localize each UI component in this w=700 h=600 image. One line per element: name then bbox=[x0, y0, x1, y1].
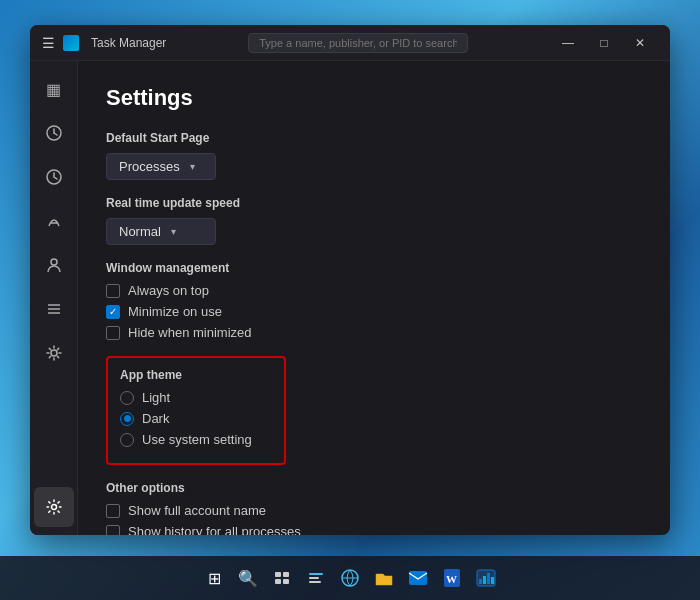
taskbar-word-icon[interactable]: W bbox=[438, 564, 466, 592]
checkbox-icon-minimize-on-use bbox=[106, 305, 120, 319]
radio-label-dark: Dark bbox=[142, 411, 169, 426]
sidebar-item-history[interactable] bbox=[34, 157, 74, 197]
title-bar: ☰ Task Manager — □ ✕ bbox=[30, 25, 670, 61]
title-bar-search-area bbox=[166, 33, 550, 53]
checkbox-label-history-all: Show history for all processes bbox=[128, 524, 301, 535]
checkbox-icon-always-on-top bbox=[106, 284, 120, 298]
other-options-label: Other options bbox=[106, 481, 642, 495]
taskbar: ⊞ 🔍 bbox=[0, 556, 700, 600]
dropdown-chevron-icon-2: ▾ bbox=[171, 226, 176, 237]
app-icon bbox=[63, 35, 79, 51]
app-theme-label: App theme bbox=[120, 368, 272, 382]
svg-rect-13 bbox=[309, 573, 323, 575]
taskbar-widgets-icon[interactable] bbox=[302, 564, 330, 592]
window-title: Task Manager bbox=[91, 36, 166, 50]
taskbar-start-icon[interactable]: ⊞ bbox=[200, 564, 228, 592]
sidebar: ▦ bbox=[30, 61, 78, 535]
radio-label-light: Light bbox=[142, 390, 170, 405]
sidebar-item-services[interactable] bbox=[34, 333, 74, 373]
taskbar-files-icon[interactable] bbox=[370, 564, 398, 592]
svg-point-7 bbox=[51, 350, 57, 356]
dropdown-chevron-icon: ▾ bbox=[190, 161, 195, 172]
checkbox-history-all[interactable]: Show history for all processes bbox=[106, 524, 642, 535]
sidebar-item-processes[interactable]: ▦ bbox=[34, 69, 74, 109]
hamburger-menu-icon[interactable]: ☰ bbox=[42, 35, 55, 51]
radio-light[interactable]: Light bbox=[120, 390, 272, 405]
window-controls: — □ ✕ bbox=[550, 29, 658, 57]
radio-system[interactable]: Use system setting bbox=[120, 432, 272, 447]
search-input[interactable] bbox=[248, 33, 468, 53]
title-bar-left: ☰ Task Manager bbox=[42, 35, 166, 51]
svg-rect-14 bbox=[309, 577, 319, 579]
svg-rect-10 bbox=[283, 572, 289, 577]
checkbox-label-full-account: Show full account name bbox=[128, 503, 266, 518]
checkbox-hide-when-minimized[interactable]: Hide when minimized bbox=[106, 325, 642, 340]
checkbox-icon-history-all bbox=[106, 525, 120, 536]
desktop: ☰ Task Manager — □ ✕ ▦ bbox=[0, 0, 700, 600]
app-theme-section: App theme Light Dark Use system setting bbox=[106, 356, 286, 465]
taskbar-mail-icon[interactable] bbox=[404, 564, 432, 592]
minimize-button[interactable]: — bbox=[550, 29, 586, 57]
realtime-update-label: Real time update speed bbox=[106, 196, 642, 210]
default-start-page-section: Default Start Page Processes ▾ bbox=[106, 131, 642, 180]
checkbox-full-account[interactable]: Show full account name bbox=[106, 503, 642, 518]
radio-dark[interactable]: Dark bbox=[120, 411, 272, 426]
svg-rect-22 bbox=[479, 579, 482, 584]
radio-icon-system bbox=[120, 433, 134, 447]
realtime-update-value: Normal bbox=[119, 224, 161, 239]
svg-rect-15 bbox=[309, 581, 321, 583]
realtime-update-dropdown[interactable]: Normal ▾ bbox=[106, 218, 216, 245]
sidebar-item-users[interactable] bbox=[34, 245, 74, 285]
sidebar-item-startup[interactable] bbox=[34, 201, 74, 241]
default-start-page-dropdown[interactable]: Processes ▾ bbox=[106, 153, 216, 180]
svg-rect-11 bbox=[275, 579, 281, 584]
window-management-section: Window management Always on top Minimize… bbox=[106, 261, 642, 340]
checkbox-always-on-top[interactable]: Always on top bbox=[106, 283, 642, 298]
taskbar-taskmanager-icon[interactable] bbox=[472, 564, 500, 592]
sidebar-item-performance[interactable] bbox=[34, 113, 74, 153]
radio-icon-dark bbox=[120, 412, 134, 426]
sidebar-item-details[interactable] bbox=[34, 289, 74, 329]
svg-text:W: W bbox=[446, 573, 457, 585]
window-management-label: Window management bbox=[106, 261, 642, 275]
page-title: Settings bbox=[106, 85, 642, 111]
other-options-section: Other options Show full account name Sho… bbox=[106, 481, 642, 535]
radio-label-system: Use system setting bbox=[142, 432, 252, 447]
task-manager-window: ☰ Task Manager — □ ✕ ▦ bbox=[30, 25, 670, 535]
taskbar-search-icon[interactable]: 🔍 bbox=[234, 564, 262, 592]
svg-rect-24 bbox=[487, 573, 490, 584]
svg-rect-25 bbox=[491, 577, 494, 584]
sidebar-bottom bbox=[34, 487, 74, 535]
checkbox-minimize-on-use[interactable]: Minimize on use bbox=[106, 304, 642, 319]
svg-rect-18 bbox=[409, 571, 427, 585]
maximize-button[interactable]: □ bbox=[586, 29, 622, 57]
svg-rect-9 bbox=[275, 572, 281, 577]
radio-icon-light bbox=[120, 391, 134, 405]
taskbar-browser-icon[interactable] bbox=[336, 564, 364, 592]
close-button[interactable]: ✕ bbox=[622, 29, 658, 57]
sidebar-item-settings[interactable] bbox=[34, 487, 74, 527]
default-start-page-label: Default Start Page bbox=[106, 131, 642, 145]
checkbox-label-always-on-top: Always on top bbox=[128, 283, 209, 298]
window-body: ▦ bbox=[30, 61, 670, 535]
realtime-update-section: Real time update speed Normal ▾ bbox=[106, 196, 642, 245]
checkbox-icon-full-account bbox=[106, 504, 120, 518]
svg-rect-23 bbox=[483, 576, 486, 584]
settings-content: Settings Default Start Page Processes ▾ … bbox=[78, 61, 670, 535]
checkbox-label-hide-when-minimized: Hide when minimized bbox=[128, 325, 252, 340]
checkbox-icon-hide-when-minimized bbox=[106, 326, 120, 340]
default-start-page-value: Processes bbox=[119, 159, 180, 174]
svg-rect-12 bbox=[283, 579, 289, 584]
checkbox-label-minimize-on-use: Minimize on use bbox=[128, 304, 222, 319]
svg-point-3 bbox=[51, 259, 57, 265]
svg-point-8 bbox=[51, 505, 56, 510]
taskbar-taskview-icon[interactable] bbox=[268, 564, 296, 592]
